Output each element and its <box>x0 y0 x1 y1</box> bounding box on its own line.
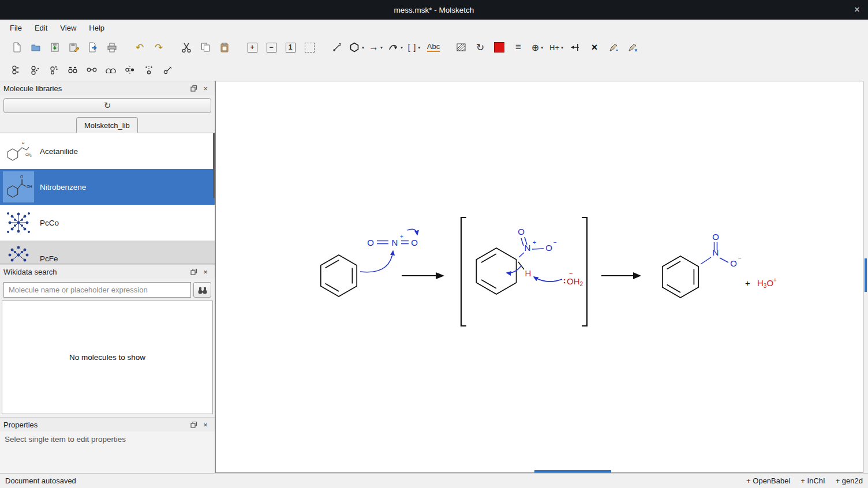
line-width-button[interactable]: ≡ <box>510 39 527 56</box>
libraries-dock-header: Molecule libraries × <box>0 81 215 95</box>
lone-pair-tool-2[interactable] <box>26 61 43 78</box>
cut-button[interactable] <box>178 39 195 56</box>
list-item-nitrobenzene[interactable]: OOH Nitrobenzene <box>0 169 215 205</box>
svg-text:−: − <box>569 270 573 277</box>
properties-close-button[interactable]: × <box>200 419 211 430</box>
format-pen-button[interactable] <box>605 39 622 56</box>
title-bar: mess.msk* - Molsketch × <box>0 0 868 20</box>
zoom-in-button[interactable]: + <box>244 39 261 56</box>
menu-help[interactable]: Help <box>83 21 111 35</box>
save-icon <box>49 42 61 53</box>
color-swatch-button[interactable] <box>491 39 508 56</box>
rotate-tool-button[interactable]: ↻ <box>472 39 489 56</box>
wikidata-float-button[interactable] <box>188 266 200 277</box>
draw-line-icon <box>331 42 343 53</box>
wikidata-search-button[interactable] <box>193 282 211 298</box>
drawing-canvas[interactable]: O N + O <box>215 81 863 473</box>
wikidata-search-row <box>0 279 215 301</box>
menu-view[interactable]: View <box>54 21 83 35</box>
list-item-label: Nitrobenzene <box>40 183 86 192</box>
ring-tool-button[interactable]: ▾ <box>347 39 365 56</box>
properties-float-button[interactable] <box>188 419 200 430</box>
zoom-in-icon: + <box>248 43 257 52</box>
canvas-vertical-scrollbar[interactable] <box>865 258 867 292</box>
copy-button[interactable] <box>197 39 214 56</box>
list-item-pcfe[interactable]: PcFe <box>0 241 215 264</box>
zoom-original-button[interactable]: 1 <box>282 39 299 56</box>
menu-edit[interactable]: Edit <box>28 21 54 35</box>
bond-angle-tool[interactable] <box>159 61 177 78</box>
radical-tool-1[interactable] <box>45 61 62 78</box>
save-button[interactable] <box>46 39 63 56</box>
reaction-arrow-2[interactable] <box>601 272 641 279</box>
library-list-scrollbar[interactable] <box>213 133 215 198</box>
svg-text:N: N <box>525 243 531 253</box>
svg-text:N: N <box>713 247 719 257</box>
bracket-right <box>582 217 587 326</box>
svg-text:+: + <box>400 234 403 240</box>
canvas-horizontal-scrollbar[interactable] <box>534 470 611 472</box>
export-button[interactable] <box>84 39 102 56</box>
wikidata-close-button[interactable]: × <box>200 266 211 277</box>
charge-tool-button[interactable]: ⊕▾ <box>529 39 546 56</box>
svg-text:OH: OH <box>27 185 32 189</box>
reaction-arrow-1[interactable] <box>402 272 444 279</box>
list-item-label: PcFe <box>40 254 58 263</box>
curved-arrow-icon <box>387 42 399 53</box>
library-list: HCH3 Acetanilide OOH Nitrobenzene PcCo <box>0 133 215 264</box>
arenium-intermediate[interactable]: N + O O − H <box>461 217 587 326</box>
acetanilide-thumbnail: HCH3 <box>3 136 34 167</box>
pcfe-thumbnail <box>3 243 34 264</box>
chevron-down-icon: ▾ <box>380 45 383 50</box>
flip-horizontal-tool[interactable] <box>121 61 139 78</box>
paste-button[interactable] <box>216 39 233 56</box>
mechanism-arrow-tool-button[interactable]: ▾ <box>386 39 404 56</box>
new-file-button[interactable] <box>8 39 25 56</box>
library-refresh-button[interactable]: ↻ <box>3 98 211 113</box>
svg-text:O: O <box>518 227 525 237</box>
wikidata-search-input[interactable] <box>3 282 191 298</box>
curved-arrow-attack[interactable] <box>360 251 393 272</box>
list-item-pcco[interactable]: PcCo <box>0 205 215 241</box>
libraries-close-button[interactable]: × <box>200 82 211 94</box>
window-close-button[interactable]: × <box>846 0 868 20</box>
zoom-fit-button[interactable] <box>301 39 318 56</box>
align-tool-button[interactable] <box>567 39 584 56</box>
ring-pair-tool[interactable] <box>102 61 119 78</box>
delete-tool-button[interactable]: × <box>586 39 603 56</box>
hatch-tool-button[interactable] <box>452 39 470 56</box>
save-as-button[interactable] <box>65 39 83 56</box>
format-pen-alt-button[interactable] <box>624 39 641 56</box>
print-button[interactable] <box>103 39 121 56</box>
reaction-scheme[interactable]: O N + O <box>216 81 863 472</box>
flip-vertical-tool[interactable] <box>140 61 158 78</box>
menu-file[interactable]: File <box>3 21 28 35</box>
lone-pair-icon-1 <box>10 64 21 76</box>
binoculars-icon <box>197 285 208 295</box>
list-item-acetanilide[interactable]: HCH3 Acetanilide <box>0 133 215 169</box>
zoom-out-button[interactable]: − <box>263 39 280 56</box>
curved-arrow-rearomatize <box>507 266 521 273</box>
hydrogen-tool-button[interactable]: H+▾ <box>548 39 565 56</box>
libraries-float-button[interactable] <box>188 82 200 94</box>
arrow-icon: → <box>369 42 379 53</box>
draw-tool-button[interactable] <box>328 39 346 56</box>
redo-button[interactable]: ↷ <box>150 39 167 56</box>
bracket-tool-button[interactable]: [ ]▾ <box>406 39 423 56</box>
nitrobenzene-product[interactable]: N O O − <box>663 232 742 298</box>
canvas-vertical-scroll-track[interactable] <box>863 81 868 473</box>
undo-button[interactable]: ↶ <box>131 39 148 56</box>
radical-tool-2[interactable] <box>64 61 81 78</box>
text-tool-button[interactable]: Abc <box>425 39 442 56</box>
library-tabbar: Molsketch_lib <box>0 116 215 133</box>
tab-molsketch-lib[interactable]: Molsketch_lib <box>76 117 138 133</box>
lone-pair-tool-1[interactable] <box>7 61 24 78</box>
arrow-tool-button[interactable]: →▾ <box>367 39 384 56</box>
open-file-button[interactable] <box>27 39 44 56</box>
nitronium-ion[interactable]: O N + O <box>367 229 418 247</box>
bond-length-tool[interactable] <box>83 61 100 78</box>
hydronium-product[interactable]: H3O+ <box>757 277 777 289</box>
water-base[interactable]: OH2 − <box>534 270 583 287</box>
ring-pair-icon <box>105 64 117 76</box>
benzene-reactant[interactable] <box>321 255 357 296</box>
